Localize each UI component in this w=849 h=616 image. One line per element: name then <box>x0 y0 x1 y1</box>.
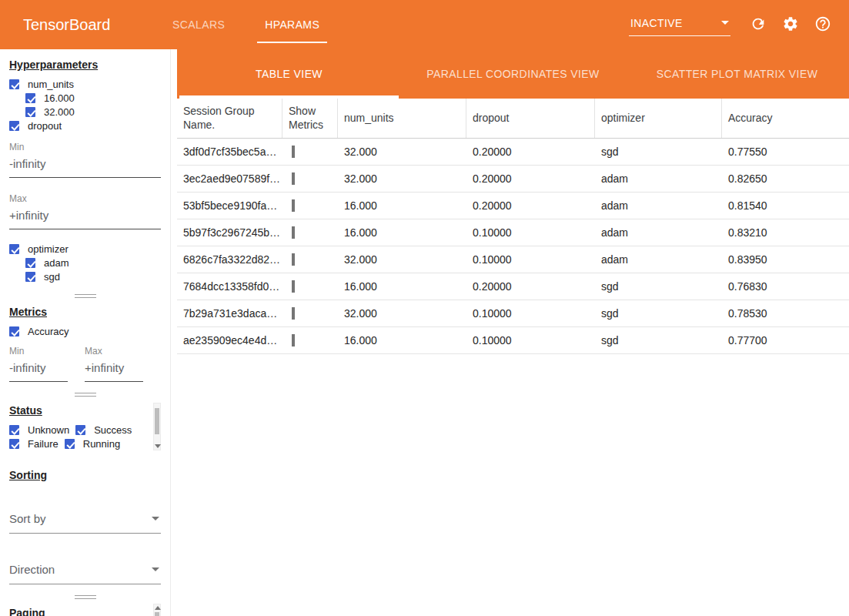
column-header-session-group-name[interactable]: Session Group Name. <box>177 99 282 138</box>
help-icon <box>814 15 831 32</box>
sort-by-select[interactable]: Sort by <box>9 509 161 534</box>
table-row[interactable]: ae235909ec4e4d… 16.000 0.10000 sgd 0.777… <box>177 327 849 354</box>
help-button[interactable] <box>814 15 832 34</box>
dropout-cell: 0.10000 <box>466 334 595 346</box>
metric-max-label: Max <box>85 346 143 357</box>
optimizer-sgd-checkbox[interactable] <box>25 272 35 282</box>
num-units-checkbox[interactable] <box>9 79 19 89</box>
settings-button[interactable] <box>781 15 800 34</box>
session-groups-table: Session Group Name. Show Metrics num_uni… <box>177 99 849 354</box>
num-units-value-row: 32.000 <box>25 105 161 119</box>
refresh-button[interactable] <box>749 15 767 34</box>
direction-select[interactable]: Direction <box>9 560 161 584</box>
tab-hparams[interactable]: HPARAMS <box>245 0 339 49</box>
status-unknown-checkbox[interactable] <box>9 425 19 435</box>
num-units-16-checkbox[interactable] <box>25 93 35 103</box>
direction-value: Direction <box>9 563 55 576</box>
refresh-icon <box>750 15 767 32</box>
status-dropdown[interactable]: INACTIVE <box>629 14 730 36</box>
show-metrics-cell <box>282 146 338 158</box>
table-row[interactable]: 53bf5bece9190fa… 16.000 0.20000 adam 0.8… <box>177 192 849 219</box>
top-bar-controls: INACTIVE <box>629 14 849 36</box>
num-units-cell: 16.000 <box>338 226 466 239</box>
paging-heading: Paging <box>9 607 149 616</box>
table-row[interactable]: 5b97f3c2967245b… 16.000 0.10000 adam 0.8… <box>177 219 849 246</box>
scrollbar-thumb[interactable] <box>155 408 159 434</box>
dropout-min-label: Min <box>9 142 161 152</box>
dropout-cell: 0.20000 <box>466 172 595 185</box>
resize-handle[interactable] <box>75 595 96 599</box>
scroll-down-icon[interactable] <box>155 444 161 448</box>
dropout-max-input[interactable]: +infinity <box>9 204 161 229</box>
optimizer-label: optimizer <box>28 243 69 255</box>
num-units-cell: 32.000 <box>338 146 466 158</box>
table-header-row: Session Group Name. Show Metrics num_uni… <box>177 99 849 139</box>
column-header-num-units[interactable]: num_units <box>338 99 466 138</box>
num-units-32-checkbox[interactable] <box>25 107 35 117</box>
optimizer-checkbox[interactable] <box>9 244 19 254</box>
tab-scalars[interactable]: SCALARS <box>152 0 245 49</box>
show-metrics-checkbox[interactable] <box>292 334 295 346</box>
show-metrics-checkbox[interactable] <box>292 280 295 293</box>
status-failure-checkbox[interactable] <box>9 439 19 449</box>
dropout-max-label: Max <box>9 193 161 204</box>
show-metrics-checkbox[interactable] <box>292 253 295 266</box>
show-metrics-checkbox[interactable] <box>292 307 295 320</box>
table-row[interactable]: 7684dcc13358fd0… 16.000 0.20000 sgd 0.76… <box>177 273 849 300</box>
column-header-show-metrics[interactable]: Show Metrics <box>282 99 338 138</box>
paging-section: Paging Number of matching session groups… <box>9 607 161 616</box>
column-header-optimizer[interactable]: optimizer <box>595 99 722 138</box>
session-group-name: 7b29a731e3daca… <box>177 307 282 320</box>
status-success-row: Success <box>75 423 132 437</box>
status-scrollbar[interactable] <box>153 403 161 450</box>
dropout-checkbox[interactable] <box>9 121 19 131</box>
dropout-cell: 0.20000 <box>466 280 595 293</box>
metric-max-input[interactable]: +infinity <box>85 357 143 382</box>
optimizer-cell: sgd <box>595 307 722 320</box>
tab-scatter-plot-matrix-view[interactable]: SCATTER PLOT MATRIX VIEW <box>625 49 849 99</box>
accuracy-cell: 0.77700 <box>722 334 849 346</box>
table-row[interactable]: 6826c7fa3322d82… 32.000 0.10000 adam 0.8… <box>177 246 849 273</box>
filters-sidebar: Hyperparameters num_units 16.000 32.000 … <box>0 49 171 616</box>
status-success-checkbox[interactable] <box>75 425 85 435</box>
optimizer-cell: adam <box>595 172 722 185</box>
table-row[interactable]: 3df0d7cf35bec5a… 32.000 0.20000 sgd 0.77… <box>177 139 849 166</box>
chevron-down-icon <box>152 517 159 521</box>
show-metrics-checkbox[interactable] <box>292 226 295 239</box>
paging-scrollbar[interactable] <box>153 604 161 616</box>
dropout-cell: 0.20000 <box>466 199 595 212</box>
status-running-label: Running <box>83 438 120 450</box>
num-units-cell: 16.000 <box>338 280 466 293</box>
session-group-name: 5b97f3c2967245b… <box>177 226 282 239</box>
num-units-cell: 32.000 <box>338 172 466 185</box>
table-row[interactable]: 3ec2aed9e07589f… 32.000 0.20000 adam 0.8… <box>177 166 849 192</box>
accuracy-cell: 0.76830 <box>722 280 849 293</box>
show-metrics-checkbox[interactable] <box>292 146 295 158</box>
hparam-optimizer-row: optimizer <box>9 242 161 256</box>
dropout-min-input[interactable]: -infinity <box>9 152 161 178</box>
accuracy-checkbox[interactable] <box>9 326 19 336</box>
status-running-checkbox[interactable] <box>65 439 75 449</box>
resize-handle[interactable] <box>75 294 96 298</box>
show-metrics-cell <box>282 253 338 266</box>
show-metrics-checkbox[interactable] <box>292 172 295 185</box>
column-header-accuracy[interactable]: Accuracy <box>722 99 849 138</box>
num-units-value-row: 16.000 <box>25 91 161 105</box>
sorting-heading: Sorting <box>9 469 161 481</box>
scroll-up-icon[interactable] <box>155 606 161 610</box>
top-bar: TensorBoard SCALARS HPARAMS INACTIVE <box>0 0 849 49</box>
show-metrics-checkbox[interactable] <box>292 199 295 212</box>
chevron-down-icon <box>721 21 729 25</box>
scrollbar-thumb[interactable] <box>155 612 159 616</box>
num-units-label: num_units <box>28 79 74 90</box>
tab-parallel-coordinates-view[interactable]: PARALLEL COORDINATES VIEW <box>401 49 625 99</box>
metric-accuracy-row: Accuracy <box>9 324 161 338</box>
column-header-dropout[interactable]: dropout <box>466 99 595 138</box>
metric-min-input[interactable]: -infinity <box>9 357 68 382</box>
session-group-name: 6826c7fa3322d82… <box>177 253 282 266</box>
table-row[interactable]: 7b29a731e3daca… 32.000 0.10000 sgd 0.785… <box>177 300 849 327</box>
optimizer-adam-checkbox[interactable] <box>25 258 35 268</box>
tab-table-view[interactable]: TABLE VIEW <box>177 49 401 99</box>
resize-handle[interactable] <box>75 393 96 397</box>
status-dropdown-value: INACTIVE <box>630 17 683 29</box>
